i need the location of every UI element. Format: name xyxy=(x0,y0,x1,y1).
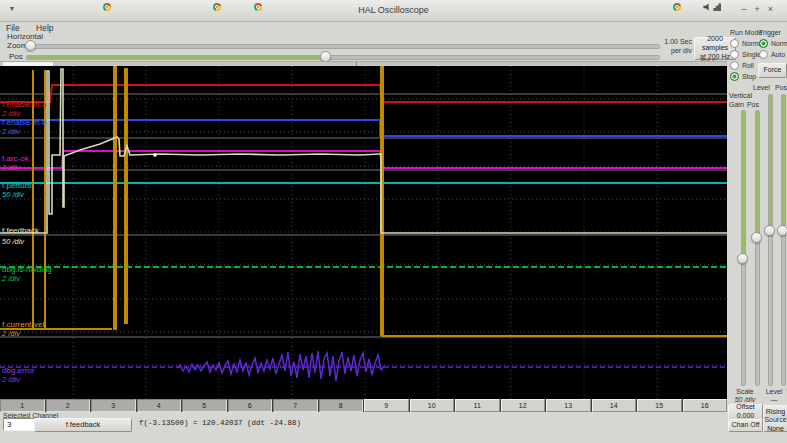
force-button[interactable]: Force xyxy=(758,63,787,78)
radio-dot xyxy=(730,39,739,48)
channel-label: dbg.error xyxy=(2,366,35,375)
channel-tab-14[interactable]: 14 xyxy=(592,399,637,412)
channel-scale-label: 2 /div xyxy=(1,109,21,118)
radio-single[interactable]: Single xyxy=(730,49,758,60)
scale-value: 50 /div xyxy=(730,396,760,403)
channel-tab-11[interactable]: 11 xyxy=(455,399,500,412)
trigger-label: Trigger xyxy=(759,29,781,36)
channel-scale-label: 2 /div xyxy=(1,375,21,384)
channel-scale-label: 50 /div xyxy=(2,237,25,246)
selected-channel-name-button[interactable]: f.feedback xyxy=(34,418,132,432)
channel-tab-15[interactable]: 15 xyxy=(637,399,682,412)
trigger-level-label: Level xyxy=(753,84,770,91)
channel-tab-5[interactable]: 5 xyxy=(182,399,227,412)
run-mode-label: Run Mode xyxy=(730,29,762,36)
channel-tab-1[interactable]: 1 xyxy=(0,399,45,412)
channel-tab-8[interactable]: 8 xyxy=(319,399,364,412)
channel-tab-10[interactable]: 10 xyxy=(410,399,455,412)
pos-slider[interactable] xyxy=(26,55,660,60)
trigger-options: NormalAuto xyxy=(759,38,787,60)
radio-label: Normal xyxy=(771,40,787,47)
trigger-level-slider[interactable] xyxy=(768,94,773,386)
channel-scale-label: 2 /div xyxy=(1,163,21,172)
level-value: — xyxy=(762,396,786,403)
offset-button[interactable]: Offset0.000 xyxy=(728,404,763,420)
radio-normal[interactable]: Normal xyxy=(759,38,787,49)
radio-dot xyxy=(730,72,739,81)
trigger-level-slider-thumb[interactable] xyxy=(764,225,775,236)
close-button[interactable]: × xyxy=(768,4,781,14)
titlebar[interactable]: ▾ HAL Oscilloscope –+× xyxy=(0,0,787,22)
oscilloscope-display[interactable]: f.enable-in-a2 /divf.enable-in-b2 /divf.… xyxy=(0,66,727,399)
gain-slider[interactable] xyxy=(741,110,746,386)
minimize-button[interactable]: – xyxy=(741,4,754,14)
vertical-label: Vertical xyxy=(729,92,752,99)
channel-scale-label: 2 /div xyxy=(1,127,21,136)
radio-label: Auto xyxy=(771,51,785,58)
channel-tabs: 12345678910111213141516 xyxy=(0,399,727,412)
channel-tab-3[interactable]: 3 xyxy=(91,399,136,412)
channel-tab-16[interactable]: 16 xyxy=(683,399,728,412)
vertical-pos-slider[interactable] xyxy=(755,110,760,386)
channel-tab-6[interactable]: 6 xyxy=(228,399,273,412)
radio-dot xyxy=(730,50,739,59)
channel-label: f.arc-ok xyxy=(2,154,30,163)
channel-tab-4[interactable]: 4 xyxy=(137,399,182,412)
source-button[interactable]: SourceNone xyxy=(763,418,787,432)
radio-dot xyxy=(730,61,739,70)
maximize-button[interactable]: + xyxy=(754,4,767,14)
radio-stop[interactable]: Stop xyxy=(730,71,758,82)
radio-auto[interactable]: Auto xyxy=(759,49,787,60)
trace-cursor-marker[interactable] xyxy=(153,153,157,157)
trigger-pos-slider[interactable] xyxy=(781,94,786,386)
time-per-div-unit: per div xyxy=(640,47,692,54)
scale-label: Scale xyxy=(730,388,760,395)
channel-tab-9[interactable]: 9 xyxy=(364,399,409,412)
channel-label: f.current-vel xyxy=(2,320,44,329)
zoom-slider[interactable] xyxy=(26,44,660,49)
horizontal-section-label: Horizontal xyxy=(7,32,43,41)
channel-label: dbg.is-holding xyxy=(2,265,52,274)
channel-tab-13[interactable]: 13 xyxy=(546,399,591,412)
chan-off-button[interactable]: Chan Off xyxy=(728,419,763,432)
zoom-slider-thumb[interactable] xyxy=(25,40,36,51)
level-label: Level xyxy=(762,388,786,395)
channel-scale-label: 2 /div xyxy=(1,329,21,338)
vertical-pos-label: Pos xyxy=(747,101,759,108)
trigger-pos-slider-thumb[interactable] xyxy=(777,225,787,236)
channel-tab-12[interactable]: 12 xyxy=(501,399,546,412)
trigger-pos-label: Pos xyxy=(775,84,787,91)
cursor-readout: f(-3.13500) = 120.42037 (ddt -24.88) xyxy=(139,419,301,427)
vertical-pos-slider-thumb[interactable] xyxy=(751,232,762,243)
gain-label: Gain xyxy=(729,101,744,108)
channel-label: f.enable-in-b xyxy=(2,118,47,127)
window-title: HAL Oscilloscope xyxy=(0,5,787,15)
pos-label: Pos xyxy=(9,52,23,61)
channel-scale-label: 50 /div xyxy=(2,190,25,199)
time-per-div-value: 1.00 Sec xyxy=(640,38,692,45)
radio-label: Stop xyxy=(742,73,756,80)
channel-label: f.perturb xyxy=(2,181,32,190)
channel-scale-label: 2 /div xyxy=(1,274,21,283)
channel-tab-2[interactable]: 2 xyxy=(46,399,91,412)
gain-slider-thumb[interactable] xyxy=(737,253,748,264)
radio-normal[interactable]: Normal xyxy=(730,38,758,49)
channel-tab-7[interactable]: 7 xyxy=(273,399,318,412)
radio-dot xyxy=(759,50,768,59)
radio-roll[interactable]: Roll xyxy=(730,60,758,71)
channel-label: f.feedback xyxy=(2,226,40,235)
run-mode-options: NormalSingleRollStop xyxy=(730,38,758,82)
radio-dot xyxy=(759,39,768,48)
chrome-icon[interactable] xyxy=(103,3,111,11)
selected-channel-number: 3 xyxy=(3,418,35,431)
channel-label: f.enable-in-a xyxy=(2,100,47,109)
radio-label: Roll xyxy=(742,62,754,69)
